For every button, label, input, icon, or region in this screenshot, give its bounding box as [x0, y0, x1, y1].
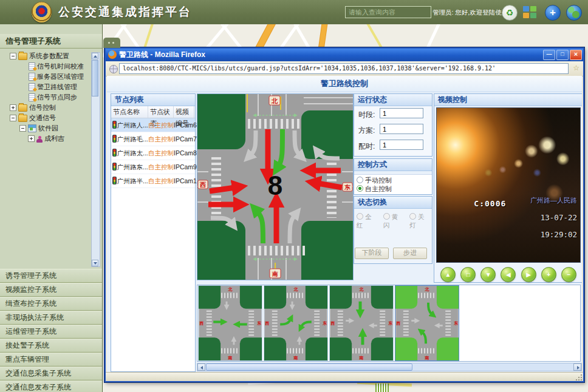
document-icon	[29, 73, 35, 81]
node-row[interactable]: 广州路太... 自主控制 IPCam8	[111, 146, 195, 160]
minimize-button[interactable]: —	[543, 50, 555, 60]
grid-cell	[530, 13, 536, 18]
west-label: 西	[265, 321, 270, 326]
grid-cell	[523, 13, 529, 18]
auto-control-option[interactable]: 自主控制	[357, 184, 432, 193]
radio-checked-icon[interactable]	[357, 185, 363, 192]
sidebar-section-traffic-info-collection[interactable]: 交通信息采集子系统	[0, 367, 102, 380]
scrollbar-thumb[interactable]	[206, 363, 412, 371]
timing-input[interactable]	[380, 140, 423, 150]
sidebar-section-traffic-info-publish[interactable]: 交通信息发布子系统	[0, 380, 102, 392]
expand-toggle-icon[interactable]	[10, 104, 16, 111]
zoom-in-button[interactable]: +	[541, 267, 556, 282]
phase-thumbnail-2[interactable]: 北 南 西 东	[264, 285, 328, 361]
tree-item-guard-route[interactable]: 警卫路线管理	[0, 82, 102, 92]
search-input[interactable]	[345, 6, 431, 18]
ptz-up-button[interactable]: ▲	[440, 267, 456, 282]
traffic-light-icon	[112, 177, 117, 184]
ptz-stop-button[interactable]: □	[460, 267, 476, 282]
phase-thumbnail-3[interactable]: 北 南 西 东	[329, 285, 394, 361]
scrollbar-thumb[interactable]	[92, 60, 98, 96]
column-header-name[interactable]: 节点名称	[111, 106, 148, 118]
node-row[interactable]: 广州路半... 自主控制 IPCam10	[111, 174, 195, 188]
column-header-camera[interactable]: 视频编号	[174, 106, 194, 118]
radio-disabled-icon	[383, 213, 390, 220]
traffic-light-icon	[112, 149, 117, 157]
collapse-toggle-icon[interactable]	[10, 53, 16, 59]
sidebar-section-video-surveillance[interactable]: 视频监控子系统	[0, 283, 102, 297]
lights-off-option[interactable]: 关灯	[409, 213, 431, 230]
scroll-left-icon[interactable]	[197, 363, 205, 371]
address-bar[interactable]: localhost:8080/CTC-MICS/libs/utcs/guard.…	[119, 63, 569, 74]
collapse-toggle-icon[interactable]	[19, 125, 26, 132]
expand-toggle-icon[interactable]	[28, 135, 35, 142]
phase-thumbnail-4-selected[interactable]: 北 南 西 东	[395, 285, 459, 361]
add-icon[interactable]: +	[545, 5, 561, 21]
phase-thumbnail-1[interactable]: 北 南 西 东	[198, 285, 262, 361]
bookmark-star-icon[interactable]: ☆	[573, 64, 579, 72]
next-phase-button[interactable]: 下阶段	[355, 248, 389, 259]
page-content: 警卫路线控制 节点列表 节点名称 节点状态 视频编号 广州路人... 自主控制 …	[107, 76, 582, 373]
sidebar-section-ops-management[interactable]: 运维管理子系统	[0, 325, 102, 339]
tree-item-signal-node-sync[interactable]: 信号节点同步	[0, 92, 102, 103]
tree-item-traffic-signal[interactable]: 交通信号	[0, 113, 102, 123]
camera-video-feed[interactable]: C:0006 广州路—人民路 13-07-22 19:29:02	[436, 107, 581, 263]
tree-item-software-park[interactable]: 软件园	[0, 123, 102, 133]
column-header-status[interactable]: 节点状态	[148, 106, 174, 118]
node-row[interactable]: 广州路毛... 自主控制 IPCam7	[111, 132, 195, 146]
sidebar-collapse-tab[interactable]	[103, 38, 120, 48]
field-label: 配时:	[358, 141, 375, 152]
map-feature	[375, 384, 389, 392]
sidebar-section-guidance[interactable]: 诱导管理子系统	[0, 269, 102, 283]
node-list-panel: 节点列表 节点名称 节点状态 视频编号 广州路人... 自主控制 IPCam6 …	[111, 93, 196, 372]
plan-input[interactable]	[380, 124, 423, 134]
tree-item-system-params[interactable]: 系统参数配置	[0, 51, 102, 61]
app-title: 公安交通集成指挥平台	[58, 4, 192, 20]
sidebar-section-key-vehicles[interactable]: 重点车辆管理	[0, 353, 102, 367]
sidebar-section-alarm-handling[interactable]: 接处警子系统	[0, 339, 102, 353]
sidebar-section-investigation[interactable]: 缉查布控子系统	[0, 297, 102, 311]
period-input[interactable]	[380, 108, 423, 118]
sidebar-section-offsite-enforcement[interactable]: 非现场执法子系统	[0, 311, 102, 325]
scroll-down-icon[interactable]	[92, 260, 98, 266]
node-row[interactable]: 广州路人... 自主控制 IPCam6	[111, 118, 195, 132]
radio-disabled-icon	[409, 213, 416, 220]
welcome-text: 管理员: 您好,欢迎登陆使用	[432, 8, 508, 17]
node-status: 自主控制	[148, 132, 174, 146]
intersection-diagram[interactable]: 北 东 西 南 8	[197, 93, 354, 280]
close-button[interactable]: ×	[570, 50, 582, 60]
ptz-down-button[interactable]: ▼	[480, 267, 496, 282]
tree-item-chenliji[interactable]: 成利吉	[0, 133, 102, 144]
scroll-right-icon[interactable]	[573, 363, 581, 371]
tree-scrollbar[interactable]	[91, 52, 100, 267]
camera-time-overlay: 19:29:02	[541, 230, 577, 239]
zoom-out-button[interactable]: −	[561, 267, 576, 282]
radio-icon[interactable]	[357, 177, 363, 183]
tree-item-label: 软件园	[38, 124, 58, 132]
horizontal-scrollbar[interactable]	[197, 363, 582, 371]
manual-control-option[interactable]: 手动控制	[357, 176, 432, 184]
globe-icon[interactable]	[566, 5, 582, 21]
traffic-light-icon	[112, 121, 117, 129]
refresh-icon[interactable]: ♻	[502, 5, 518, 21]
maximize-button[interactable]: □	[556, 50, 569, 60]
tree-item-server-region[interactable]: 服务器区域管理	[0, 72, 102, 82]
yellow-flash-option[interactable]: 黄闪	[383, 213, 405, 230]
node-row[interactable]: 广州路东... 自主控制 IPCam9	[111, 160, 195, 174]
all-red-option[interactable]: 全红	[357, 213, 378, 230]
north-label: 北	[359, 287, 364, 292]
window-titlebar[interactable]: 警卫路线 - Mozilla Firefox — □ ×	[106, 49, 583, 61]
resize-grip[interactable]	[576, 374, 583, 380]
collapse-toggle-icon[interactable]	[10, 115, 16, 121]
tree-item-signal-control[interactable]: 信号控制	[0, 103, 102, 113]
step-button[interactable]: 步进	[393, 248, 427, 259]
modules-grid-icon[interactable]	[523, 6, 536, 18]
ptz-right-button[interactable]: ▶	[521, 267, 536, 282]
ptz-left-button[interactable]: ◀	[501, 267, 516, 282]
phase-svg: 北 南 西 东	[199, 286, 262, 360]
scroll-up-icon[interactable]	[92, 53, 98, 59]
running-status-panel: 运行状态 时段: 方案: 配时:	[354, 93, 432, 157]
tree-item-signal-time-calibration[interactable]: 信号机时间校准	[0, 61, 102, 72]
tree-item-label: 信号节点同步	[37, 93, 77, 101]
sidebar-section-active[interactable]: 信号管理子系统	[0, 34, 102, 49]
